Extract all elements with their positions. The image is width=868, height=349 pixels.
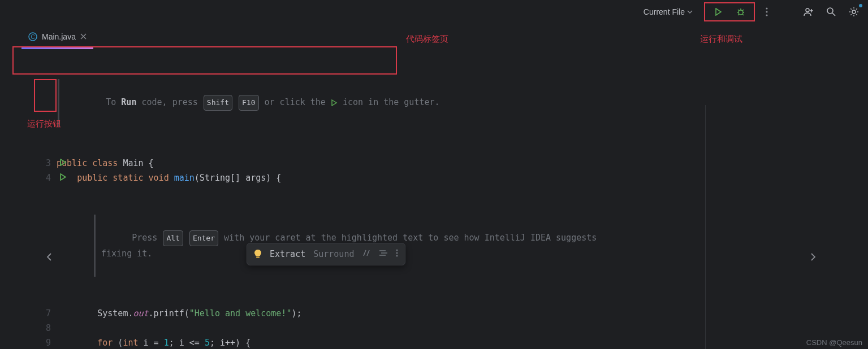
kebab-icon	[766, 7, 768, 16]
popup-more-button[interactable]	[396, 247, 398, 261]
popup-reformat-button[interactable]	[379, 247, 388, 261]
run-config-selector[interactable]: Current File	[639, 5, 697, 19]
nav-prev-button[interactable]	[41, 248, 58, 265]
right-margin-guide	[705, 105, 706, 349]
play-icon	[331, 99, 338, 106]
annotation-run-btn-label: 运行按钮	[27, 119, 61, 129]
svg-point-0	[739, 10, 743, 15]
svg-text:C: C	[31, 34, 34, 40]
code-with-me-button[interactable]	[801, 5, 816, 19]
chevron-left-icon	[46, 252, 53, 261]
class-file-icon: C	[28, 32, 37, 41]
bug-icon	[736, 7, 745, 16]
svg-point-8	[766, 7, 767, 9]
debug-button[interactable]	[733, 5, 748, 19]
key-shift: Shift	[204, 95, 232, 111]
svg-line-20	[364, 250, 366, 256]
kebab-icon	[396, 249, 398, 257]
reformat-icon	[379, 249, 388, 257]
popup-comment-button[interactable]	[362, 247, 371, 261]
gutter-run-button[interactable]	[59, 156, 67, 171]
play-icon	[59, 159, 67, 166]
comment-slash-icon	[362, 249, 371, 257]
search-everywhere-button[interactable]	[824, 5, 839, 19]
gutter-run-annotation-box	[34, 79, 57, 112]
run-debug-annotation-box	[704, 2, 755, 21]
code-editor[interactable]: To Run code, press Shift F10 or click th…	[0, 49, 868, 349]
run-config-label: Current File	[644, 7, 685, 16]
tab-label: Main.java	[42, 32, 76, 41]
svg-point-27	[396, 255, 398, 257]
lightbulb-icon	[254, 249, 262, 259]
popup-surround[interactable]: Surround	[313, 247, 354, 261]
svg-line-4	[738, 10, 739, 11]
annotation-run-debug-label: 运行和调试	[700, 34, 742, 45]
hint-alt-enter: Press Alt Enter with your caret at the h…	[94, 215, 868, 277]
svg-line-5	[742, 10, 744, 11]
popup-extract[interactable]: Extract	[270, 247, 305, 261]
person-add-icon	[804, 7, 814, 17]
play-icon	[714, 8, 722, 16]
chevron-down-icon	[687, 9, 693, 15]
chevron-right-icon	[810, 252, 817, 261]
line-number: 7	[46, 306, 51, 321]
line-number: 3	[46, 156, 51, 171]
svg-line-7	[742, 14, 744, 15]
more-actions-button[interactable]	[759, 5, 774, 19]
svg-point-9	[766, 11, 767, 12]
watermark-text: CSDN @Qeesun	[806, 338, 862, 347]
svg-point-25	[396, 250, 398, 251]
key-alt: Alt	[163, 230, 183, 246]
line-number: 8	[46, 321, 51, 335]
svg-rect-19	[256, 256, 260, 258]
svg-line-21	[367, 250, 369, 256]
svg-point-10	[766, 14, 767, 16]
svg-line-15	[832, 13, 835, 16]
key-enter: Enter	[189, 230, 218, 246]
nav-next-button[interactable]	[805, 248, 822, 265]
run-button[interactable]	[711, 5, 726, 19]
tab-main-java[interactable]: C Main.java	[21, 25, 93, 49]
key-f10: F10	[239, 95, 258, 111]
svg-line-6	[738, 14, 739, 15]
close-tab-button[interactable]	[80, 32, 87, 41]
svg-point-11	[806, 8, 809, 12]
gear-icon	[849, 7, 859, 17]
gutter-run-button[interactable]	[59, 171, 67, 185]
top-toolbar: Current File	[0, 0, 868, 24]
svg-point-14	[827, 8, 833, 14]
settings-button[interactable]	[847, 5, 861, 19]
intention-popup[interactable]: Extract Surround	[247, 243, 405, 265]
line-number: 9	[46, 335, 51, 349]
search-icon	[826, 7, 836, 17]
play-icon	[59, 173, 67, 181]
hint-run: To Run code, press Shift F10 or click th…	[58, 79, 868, 126]
annotation-tab-label: 代码标签页	[406, 34, 448, 45]
line-number: 4	[46, 171, 51, 185]
svg-point-26	[396, 252, 398, 254]
svg-point-16	[852, 10, 856, 14]
close-icon	[80, 33, 87, 40]
toolbar-right-group	[801, 5, 861, 19]
